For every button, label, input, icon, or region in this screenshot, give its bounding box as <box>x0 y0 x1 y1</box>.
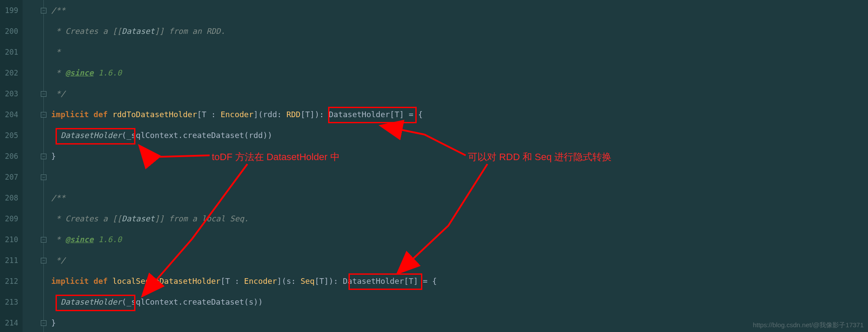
code-text: : DatasetHolder[T] = { <box>319 110 423 119</box>
code-text: ] <box>253 110 258 119</box>
doc-version: 1.6.0 <box>94 235 122 244</box>
doc-comment: * Creates a [[ <box>51 214 122 223</box>
line-number: 199 <box>0 0 18 21</box>
line-number: 204 <box>0 104 18 125</box>
code-text: : DatasetHolder[T] = { <box>333 276 437 286</box>
fold-toggle-icon[interactable]: − <box>41 91 46 97</box>
fold-toggle-icon[interactable]: − <box>41 320 46 326</box>
class-name: DatasetHolder <box>61 131 122 140</box>
doc-comment: */ <box>51 89 66 98</box>
line-number-gutter: 199 200 201 202 203 204 205 206 207 208 … <box>0 0 23 332</box>
code-area[interactable]: /** * Creates a [[Dataset]] from an RDD.… <box>47 0 868 332</box>
doc-comment: /** <box>51 6 66 15</box>
line-number: 200 <box>0 21 18 42</box>
def-name: rddToDatasetHolder <box>112 110 197 119</box>
fold-toggle-icon[interactable]: − <box>41 154 46 159</box>
doc-comment: */ <box>51 256 66 265</box>
param-list: (rdd: <box>258 110 286 119</box>
code-text: [T]) <box>315 276 333 286</box>
fold-toggle-icon[interactable]: − <box>41 8 46 13</box>
line-number: 209 <box>0 208 18 229</box>
doc-type: Dataset <box>122 214 155 223</box>
line-number: 211 <box>0 250 18 271</box>
line-number: 205 <box>0 125 18 146</box>
type-name: Encoder <box>220 110 253 119</box>
class-name: DatasetHolder <box>61 297 122 306</box>
code-text: [T : <box>197 110 220 119</box>
code-editor: 199 200 201 202 203 204 205 206 207 208 … <box>0 0 868 332</box>
line-number: 210 <box>0 229 18 250</box>
doc-comment: * <box>51 235 66 244</box>
doc-comment: * <box>51 68 66 77</box>
keyword: def <box>94 276 112 286</box>
line-number: 206 <box>0 146 18 167</box>
fold-toggle-icon[interactable]: − <box>41 258 46 263</box>
code-text: } <box>51 318 56 327</box>
fold-toggle-icon[interactable]: − <box>41 174 46 180</box>
fold-ribbon: − − − − − − − − <box>23 0 47 332</box>
fold-toggle-icon[interactable]: − <box>41 237 46 243</box>
keyword: implicit <box>51 110 94 119</box>
def-name: localSeqToDatasetHolder <box>112 276 220 286</box>
line-number: 212 <box>0 271 18 292</box>
doc-comment: * <box>51 47 61 56</box>
code-text: [T : <box>220 276 244 286</box>
code-text: } <box>51 151 56 161</box>
code-text: (_sqlContext.createDataset(rdd)) <box>122 131 273 140</box>
doc-comment: * Creates a [[ <box>51 26 122 36</box>
doc-version: 1.6.0 <box>94 68 122 77</box>
type-name: Encoder <box>244 276 277 286</box>
watermark: https://blog.csdn.net/@我像影子17371 <box>753 321 864 329</box>
doc-comment: ]] from a local Seq. <box>155 214 249 223</box>
line-number: 201 <box>0 42 18 62</box>
annotation-text: 可以对 RDD 和 Seq 进行隐式转换 <box>468 151 612 164</box>
doc-type: Dataset <box>122 26 155 36</box>
fold-toggle-icon[interactable]: − <box>41 112 46 118</box>
keyword: def <box>94 110 112 119</box>
type-name: Seq <box>300 276 315 286</box>
code-text: (_sqlContext.createDataset(s)) <box>122 297 263 306</box>
line-number: 202 <box>0 62 18 83</box>
doc-tag: @since <box>66 235 94 244</box>
line-number: 207 <box>0 167 18 187</box>
doc-tag: @since <box>66 68 94 77</box>
code-text: [T]) <box>300 110 319 119</box>
param-list: (s: <box>282 276 300 286</box>
keyword: implicit <box>51 276 94 286</box>
line-number: 208 <box>0 187 18 208</box>
line-number: 203 <box>0 83 18 104</box>
annotation-text: toDF 方法在 DatasetHolder 中 <box>212 151 340 164</box>
line-number: 214 <box>0 312 18 332</box>
doc-comment: ]] from an RDD. <box>155 26 225 36</box>
doc-comment: /** <box>51 193 66 202</box>
type-name: RDD <box>286 110 301 119</box>
code-text: ] <box>277 276 282 286</box>
line-number: 213 <box>0 292 18 312</box>
